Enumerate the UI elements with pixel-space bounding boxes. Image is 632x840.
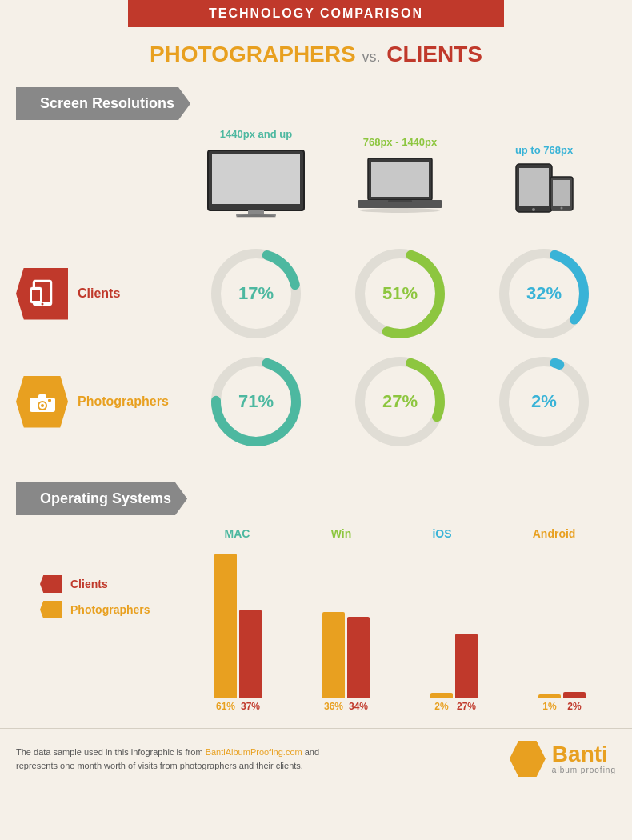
screen-resolutions-section: Screen Resolutions 1440px and up 768px -… bbox=[0, 75, 632, 234]
banner-title: TECHNOLOGY COMPARISON bbox=[128, 6, 504, 21]
footer-text: The data sample used in this infographic… bbox=[16, 746, 336, 772]
android-bar-values: 1% 2% bbox=[538, 701, 586, 712]
android-red-bar bbox=[563, 692, 586, 698]
svg-rect-11 bbox=[519, 168, 549, 206]
win-red-val: 34% bbox=[347, 701, 370, 712]
os-android-col: 1% 2% bbox=[538, 692, 586, 712]
devices-row: 1440px and up 768px - 1440px up to 768px bbox=[184, 128, 616, 222]
laptop-label: 768px - 1440px bbox=[328, 136, 472, 148]
android-orange-val: 1% bbox=[538, 701, 561, 712]
svg-point-9 bbox=[360, 208, 440, 213]
photographers-text-label: Photographers bbox=[78, 394, 169, 409]
brand-name: Banti bbox=[552, 743, 616, 766]
tablet-icon bbox=[512, 162, 576, 218]
mac-bar-pair bbox=[214, 554, 262, 698]
ios-bar-pair bbox=[430, 634, 478, 698]
photographers-charts: 71% 27% 2% bbox=[184, 354, 616, 450]
mac-orange-bar bbox=[214, 554, 237, 698]
svg-rect-33 bbox=[48, 399, 51, 402]
clients-legend-swatch bbox=[40, 575, 62, 593]
photographers-donut-1: 71% bbox=[208, 354, 304, 450]
screen-res-label: Screen Resolutions bbox=[16, 87, 190, 120]
os-win-label: Win bbox=[331, 527, 352, 540]
device-col-monitor: 1440px and up bbox=[184, 128, 328, 222]
os-ios-label: iOS bbox=[432, 527, 451, 540]
mac-bar-values: 61% 37% bbox=[214, 701, 262, 712]
svg-rect-6 bbox=[371, 162, 429, 197]
win-red-bar bbox=[347, 617, 370, 698]
brand-tagline: album proofing bbox=[552, 766, 616, 774]
tablet-label: up to 768px bbox=[472, 144, 616, 156]
mac-red-bar bbox=[239, 610, 262, 698]
clients-donut-2-label: 51% bbox=[382, 283, 418, 304]
os-label: Operating Systems bbox=[16, 482, 187, 515]
brand-area: Banti album proofing bbox=[510, 741, 616, 777]
os-mac-col: 61% 37% bbox=[214, 554, 262, 712]
os-labels-row: MAC Win iOS Android bbox=[184, 527, 616, 544]
photographers-legend-label: Photographers bbox=[70, 603, 150, 616]
subtitle: PHOTOGRAPHERS vs. CLIENTS bbox=[0, 27, 632, 75]
os-ios-col: 2% 27% bbox=[430, 634, 478, 712]
os-android-label: Android bbox=[533, 527, 576, 540]
clients-label: CLIENTS bbox=[386, 42, 482, 66]
os-header: Operating Systems bbox=[16, 482, 616, 515]
os-bars-row: 61% 37% 36% 34% bbox=[184, 552, 616, 712]
clients-text-label: Clients bbox=[78, 286, 120, 301]
brand-hexagon-icon bbox=[510, 741, 546, 777]
ios-red-bar bbox=[455, 634, 478, 698]
win-bar-values: 36% 34% bbox=[322, 701, 370, 712]
clients-legend-item: Clients bbox=[40, 575, 184, 593]
clients-donut-1: 17% bbox=[208, 246, 304, 342]
mac-red-val: 37% bbox=[239, 701, 262, 712]
photographers-label-area: Photographers bbox=[16, 376, 184, 428]
mac-orange-val: 61% bbox=[214, 701, 237, 712]
os-columns-wrapper: MAC Win iOS Android 61% 37% bbox=[184, 527, 616, 712]
footer: The data sample used in this infographic… bbox=[0, 728, 632, 789]
screen-res-header: Screen Resolutions bbox=[16, 87, 616, 120]
photographers-icon-bg bbox=[16, 376, 68, 428]
vs-label: vs. bbox=[362, 49, 380, 65]
svg-point-12 bbox=[532, 208, 535, 211]
svg-rect-14 bbox=[553, 180, 570, 206]
device-col-laptop: 768px - 1440px bbox=[328, 136, 472, 222]
android-orange-bar bbox=[538, 694, 561, 698]
photographers-donut-3: 2% bbox=[496, 354, 592, 450]
clients-donut-1-label: 17% bbox=[238, 283, 274, 304]
clients-label-area: Clients bbox=[16, 268, 184, 320]
clients-tablet-icon bbox=[30, 279, 54, 308]
header-banner: TECHNOLOGY COMPARISON bbox=[128, 0, 504, 27]
svg-point-15 bbox=[561, 207, 563, 210]
svg-rect-8 bbox=[388, 200, 412, 202]
monitor-icon bbox=[204, 146, 308, 218]
photographers-legend-swatch bbox=[40, 601, 62, 618]
laptop-icon bbox=[356, 154, 444, 218]
ios-orange-val: 2% bbox=[430, 701, 453, 712]
brand-text-area: Banti album proofing bbox=[552, 743, 616, 774]
android-bar-pair bbox=[538, 692, 586, 698]
win-bar-pair bbox=[322, 612, 370, 698]
clients-icon-bg bbox=[16, 268, 68, 320]
clients-legend-label: Clients bbox=[70, 578, 108, 590]
monitor-label: 1440px and up bbox=[184, 128, 328, 140]
device-col-tablet: up to 768px bbox=[472, 144, 616, 222]
photographers-camera-icon bbox=[28, 390, 57, 414]
photographers-donut-2: 27% bbox=[352, 354, 448, 450]
ios-red-val: 27% bbox=[455, 701, 478, 712]
clients-data-row: Clients 17% 51% bbox=[0, 246, 632, 450]
section-divider-1 bbox=[16, 462, 616, 462]
clients-donut-2: 51% bbox=[352, 246, 448, 342]
clients-donut-3: 32% bbox=[496, 246, 592, 342]
clients-donut-3-label: 32% bbox=[526, 283, 562, 304]
svg-point-19 bbox=[41, 303, 43, 306]
photographers-data-row: Photographers 71% 27% bbox=[16, 354, 616, 450]
photographers-legend-item: Photographers bbox=[40, 601, 184, 618]
win-orange-bar bbox=[322, 612, 345, 698]
photographers-donut-3-label: 2% bbox=[531, 391, 557, 412]
ios-bar-values: 2% 27% bbox=[430, 701, 478, 712]
photographers-donut-1-label: 71% bbox=[238, 391, 274, 412]
photographers-donut-2-label: 27% bbox=[382, 391, 418, 412]
svg-rect-29 bbox=[38, 394, 46, 399]
photographers-label: PHOTOGRAPHERS bbox=[150, 42, 356, 66]
svg-rect-1 bbox=[212, 154, 300, 204]
footer-link[interactable]: BantiAlbumProofing.com bbox=[206, 747, 302, 757]
